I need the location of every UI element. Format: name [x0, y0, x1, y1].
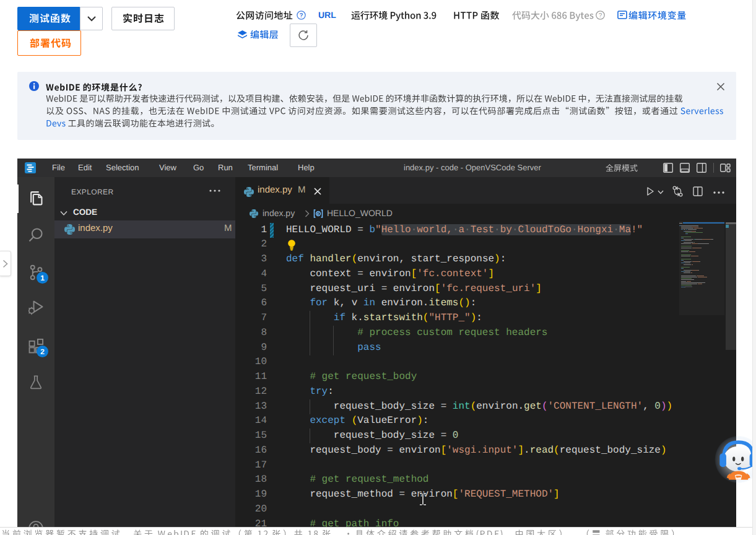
- svg-text:?: ?: [299, 12, 303, 19]
- svg-text:?: ?: [599, 12, 602, 19]
